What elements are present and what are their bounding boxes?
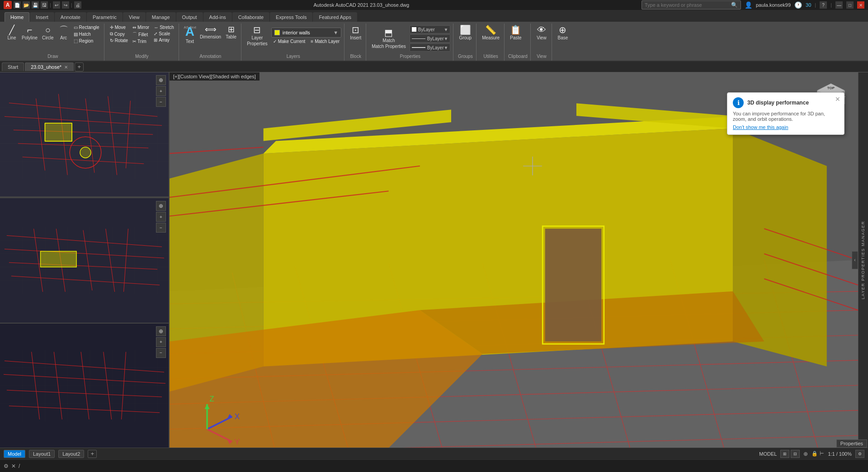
layout2-tab-btn[interactable]: Layout2 [58,450,84,458]
vp-bot-plus-btn[interactable]: + [156,337,166,347]
match-layer-btn[interactable]: ≡ Match Layer [309,38,341,44]
rectangle-btn[interactable]: ▭ Rectangle [72,24,101,30]
arc-btn[interactable]: ⌒ Arc [57,24,71,41]
annotation-group-label: Annotation [183,54,238,60]
notification-title: 3D display performance [747,100,809,106]
bylayer-color-dropdown[interactable]: ByLayer ▼ [410,25,451,33]
undo-btn[interactable]: ↩ [53,1,60,9]
tab-output[interactable]: Output [176,12,203,22]
grid-btn-2[interactable]: ⊟ [791,450,800,458]
layout1-tab-btn[interactable]: Layout1 [29,450,55,458]
viewport-bot[interactable]: ⊕ + − [0,324,169,448]
viewport-collapse-btn[interactable]: ‹ [852,251,858,269]
layer-properties-btn[interactable]: ⊟ Layer Properties [245,24,269,47]
base-icon: ⊕ [559,25,566,34]
print-btn[interactable]: 🖨 [74,1,81,9]
layer-dropdown[interactable]: interior walls ▼ [271,28,341,38]
viewport-3d[interactable]: X Y Z [+][Custom View][Shaded with edges… [170,72,858,448]
settings-btn[interactable]: ⚙ [855,450,864,458]
text-btn[interactable]: A Text AS Text [183,24,197,45]
doc-tab-current[interactable]: 23.03_uhose* ✕ [25,62,74,71]
close-btn[interactable]: ✕ [857,1,864,9]
insert-btn[interactable]: ⊡ Insert [348,24,363,41]
tab-featuredapps[interactable]: Featured Apps [313,12,357,22]
trim-btn[interactable]: ✂ Trim [131,38,151,44]
vp-mid-minus-btn[interactable]: − [156,223,166,233]
tab-close-btn[interactable]: ✕ [64,65,68,70]
group-btn[interactable]: ⬜ Group [457,24,473,41]
groups-group-label: Groups [457,54,473,60]
layer-color-swatch [274,30,280,35]
model-tab-btn[interactable]: Model [4,450,25,458]
tab-parametric[interactable]: Parametric [87,12,123,22]
move-btn[interactable]: ✛ Move [108,24,130,30]
open-btn[interactable]: 📂 [23,1,30,9]
measure-btn[interactable]: 📏 Measure [480,24,501,41]
maximize-btn[interactable]: □ [846,1,854,9]
title-search[interactable]: 🔍 [642,0,741,10]
match-properties-btn[interactable]: ⬒ Match Match Properties [370,24,408,52]
svg-text:X: X [235,412,240,421]
tab-view[interactable]: View [123,12,146,22]
vp-bot-minus-btn[interactable]: − [156,348,166,358]
notification-link[interactable]: Don't show me this again [733,124,839,130]
cmd-settings-icon: ⚙ [4,463,9,469]
paste-btn[interactable]: 📋 Paste [508,24,524,41]
bylayer-linetype-dropdown[interactable]: ByLayer ▼ [410,34,451,43]
tab-expresstools[interactable]: Express Tools [270,12,312,22]
vp-top-nav-btn[interactable]: ⊕ [156,75,166,85]
make-current-btn[interactable]: ✓ Make Current [271,38,307,44]
vp-top-plus-btn[interactable]: + [156,86,166,96]
vp-bot-nav-btn[interactable]: ⊕ [156,326,166,336]
dimension-btn[interactable]: ⟺ Dimension [198,24,223,40]
svg-point-28 [80,147,91,158]
add-tab-btn[interactable]: + [75,62,84,72]
rotate-btn[interactable]: ↻ Rotate [108,38,130,43]
region-btn[interactable]: ⬚ Region [72,38,101,44]
utilities-tools: 📏 Measure [480,24,501,54]
hatch-btn[interactable]: ▤ Hatch [72,31,101,37]
circle-btn[interactable]: ○ Circle [40,24,56,41]
save-as-btn[interactable]: 🖫 [41,1,48,9]
grid-btn-1[interactable]: ⊞ [780,450,789,458]
vp-mid-plus-btn[interactable]: + [156,212,166,222]
save-btn[interactable]: 💾 [32,1,39,9]
tab-annotate[interactable]: Annotate [55,12,86,22]
layer-props-manager-panel[interactable]: LAYER PROPERTIES MANAGER [858,72,868,448]
vp-mid-nav-btn[interactable]: ⊕ [156,201,166,211]
tab-collaborate[interactable]: Collaborate [232,12,269,22]
viewport-top[interactable]: ⊕ + − [0,72,169,197]
bylayer-lineweight-dropdown[interactable]: ByLayer ▼ [410,43,451,52]
doc-tab-start[interactable]: Start [2,62,24,71]
tab-insert[interactable]: Insert [30,12,54,22]
copy-btn[interactable]: ⧉ Copy [108,31,130,37]
search-input[interactable] [645,2,731,8]
mirror-btn[interactable]: ⇔ Mirror [131,24,151,30]
tab-home[interactable]: Home [5,12,29,22]
line-btn[interactable]: ╱ Line [5,24,19,41]
redo-btn[interactable]: ↪ [62,1,69,9]
command-input[interactable] [23,463,864,469]
array-btn[interactable]: ⊞ Array [152,37,176,43]
stretch-btn[interactable]: ↔ Stretch [152,24,176,30]
viewport-mid[interactable]: ⊕ + − [0,197,169,323]
new-btn[interactable]: 📄 [14,1,21,9]
table-btn[interactable]: ⊞ Table [224,24,238,40]
tab-manage[interactable]: Manage [146,12,176,22]
minimize-btn[interactable]: — [835,1,843,9]
polyline-btn[interactable]: ⌐ Polyline [20,24,39,41]
layer-dropdown-arrow: ▼ [333,30,338,35]
add-layout-btn[interactable]: + [88,450,97,458]
fillet-btn[interactable]: ⌒ Fillet [131,31,151,38]
notification-close-btn[interactable]: ✕ [835,95,840,103]
annotation-tools: A Text AS Text ⟺ Dimension ⊞ Table [183,24,238,54]
scale-btn[interactable]: ⤢ Scale [152,31,176,37]
tab-addins[interactable]: Add-ins [203,12,232,22]
vp-top-minus-btn[interactable]: − [156,97,166,107]
ribbon-group-groups: ⬜ Group Groups [454,24,476,61]
ribbon-group-base: ⊕ Base [553,24,573,61]
view-group-label: View [534,54,549,60]
base-btn[interactable]: ⊕ Base [556,24,570,41]
help-btn[interactable]: ? [820,1,827,9]
view-btn[interactable]: 👁 View [534,24,549,41]
